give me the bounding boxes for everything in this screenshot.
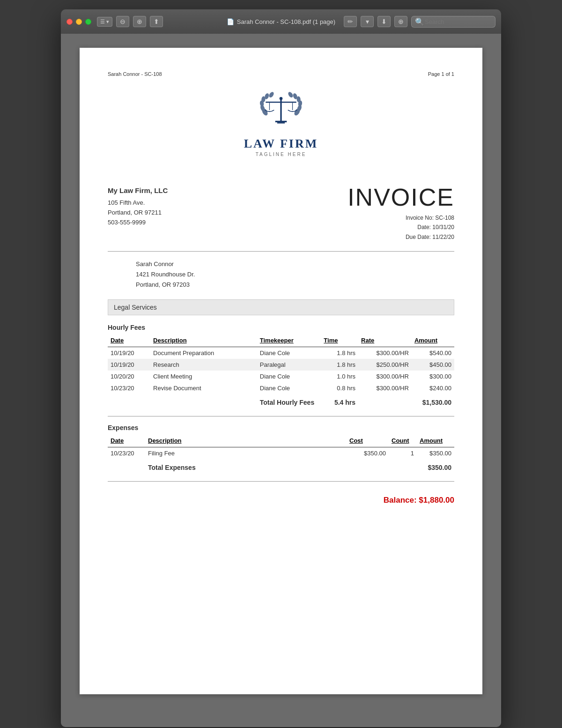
navigate-button[interactable]: ⊕ — [394, 16, 407, 27]
titlebar: ☰ ▾ ⊖ ⊕ ⬆ 📄 Sarah Connor - SC-108.pdf (1… — [61, 9, 501, 34]
table-row: 10/23/20 Revise Document Diane Cole 0.8 … — [108, 382, 454, 394]
table-row: 10/19/20 Research Paralegal 1.8 hrs $250… — [108, 359, 454, 371]
svg-point-18 — [280, 97, 283, 100]
invoice-date: Date: 10/31/20 — [348, 223, 454, 232]
maximize-button[interactable] — [85, 19, 91, 25]
toolbar-right: ✏ ▾ ⬇ ⊕ 🔍 — [344, 16, 495, 28]
divider-1 — [108, 251, 454, 252]
chevron-down-icon: ▾ — [366, 18, 369, 25]
window-title: 📄 Sarah Connor - SC-108.pdf (1 page) — [227, 18, 335, 25]
logo-section: LAW FIRM TAGLINE HERE — [108, 91, 454, 162]
row-time: 0.8 hrs — [321, 382, 358, 394]
zoom-out-button[interactable]: ⊖ — [116, 16, 129, 27]
col-header-date: Date — [108, 335, 150, 347]
pdf-page: Sarah Connor - SC-108 Page 1 of 1 — [80, 48, 482, 694]
exp-col-desc: Description — [145, 435, 347, 447]
row-time: 1.0 hrs — [321, 371, 358, 382]
zoom-in-icon: ⊕ — [137, 18, 142, 25]
firm-address2: Portland, OR 97211 — [108, 208, 168, 218]
row-amount: $240.00 — [412, 382, 454, 394]
row-rate: $300.00/HR — [358, 347, 412, 359]
row-date: 10/23/20 — [108, 382, 150, 394]
invoice-details: Invoice No: SC-108 Date: 10/31/20 Due Da… — [348, 213, 454, 242]
share-icon: ⬆ — [154, 18, 159, 25]
bill-to-address2: Portland, OR 97203 — [136, 280, 454, 290]
invoice-number: Invoice No: SC-108 — [348, 213, 454, 223]
close-button[interactable] — [67, 19, 73, 25]
sidebar-toggle-button[interactable]: ☰ ▾ — [97, 17, 112, 27]
zoom-in-button[interactable]: ⊕ — [133, 16, 146, 27]
total-hourly-amount: $1,530.00 — [412, 394, 454, 409]
svg-point-11 — [287, 91, 294, 98]
svg-rect-13 — [275, 121, 287, 122]
invoice-title-block: INVOICE Invoice No: SC-108 Date: 10/31/2… — [348, 185, 454, 242]
divider-2 — [108, 416, 454, 416]
row-description: Document Preparation — [150, 347, 257, 359]
exp-col-cost: Cost — [347, 435, 389, 447]
firm-tagline: TAGLINE HERE — [256, 152, 307, 157]
download-button[interactable]: ⬇ — [377, 16, 391, 27]
app-window: ☰ ▾ ⊖ ⊕ ⬆ 📄 Sarah Connor - SC-108.pdf (1… — [61, 9, 501, 727]
invoice-title: INVOICE — [348, 185, 454, 209]
pdf-header-bar: Sarah Connor - SC-108 Page 1 of 1 — [108, 71, 454, 77]
pdf-page-number: Page 1 of 1 — [428, 71, 454, 77]
minimize-button[interactable] — [76, 19, 82, 25]
row-timekeeper: Paralegal — [257, 359, 321, 371]
search-input[interactable] — [411, 16, 495, 28]
pdf-area: Sarah Connor - SC-108 Page 1 of 1 — [61, 34, 501, 727]
row-description: Research — [150, 359, 257, 371]
exp-row-count: 1 — [389, 447, 417, 460]
col-header-timekeeper: Timekeeper — [257, 335, 321, 347]
firm-phone: 503-555-9999 — [108, 218, 168, 228]
col-header-rate: Rate — [358, 335, 412, 347]
row-amount: $540.00 — [412, 347, 454, 359]
exp-col-count: Count — [389, 435, 417, 447]
billing-header: My Law Firm, LLC 105 Fifth Ave. Portland… — [108, 185, 454, 242]
expenses-table: Date Description Cost Count Amount 10/23… — [108, 435, 454, 474]
services-header-label: Legal Services — [114, 304, 157, 311]
table-row: 10/23/20 Filing Fee $350.00 1 $350.00 — [108, 447, 454, 460]
table-row: 10/20/20 Client Meeting Diane Cole 1.0 h… — [108, 371, 454, 382]
bill-to-address1: 1421 Roundhouse Dr. — [136, 269, 454, 280]
firm-address1: 105 Fifth Ave. — [108, 198, 168, 208]
row-rate: $300.00/HR — [358, 371, 412, 382]
share-button[interactable]: ⬆ — [150, 16, 163, 27]
invoice-due-date: Due Date: 11/22/20 — [348, 232, 454, 242]
pen-button[interactable]: ✏ — [344, 16, 357, 27]
row-rate: $300.00/HR — [358, 382, 412, 394]
row-date: 10/20/20 — [108, 371, 150, 382]
row-timekeeper: Diane Cole — [257, 371, 321, 382]
traffic-lights — [67, 19, 91, 25]
row-amount: $300.00 — [412, 371, 454, 382]
row-time: 1.8 hrs — [321, 359, 358, 371]
divider-3 — [108, 481, 454, 482]
balance-line: Balance: $1,880.00 — [108, 491, 454, 505]
row-rate: $250.00/HR — [358, 359, 412, 371]
hourly-fees-table: Date Description Timekeeper Time Rate Am… — [108, 335, 454, 409]
chevron-down-button[interactable]: ▾ — [361, 16, 374, 27]
balance-amount: Balance: $1,880.00 — [384, 496, 454, 505]
pen-icon: ✏ — [348, 18, 353, 25]
table-row: 10/19/20 Document Preparation Diane Cole… — [108, 347, 454, 359]
exp-col-amount: Amount — [417, 435, 454, 447]
col-header-amount: Amount — [412, 335, 454, 347]
row-time: 1.8 hrs — [321, 347, 358, 359]
row-date: 10/19/20 — [108, 359, 150, 371]
row-date: 10/19/20 — [108, 347, 150, 359]
exp-row-amount: $350.00 — [417, 447, 454, 460]
exp-col-date: Date — [108, 435, 145, 447]
svg-point-5 — [268, 91, 274, 98]
total-expenses-label: Total Expenses — [145, 459, 347, 474]
expenses-title: Expenses — [108, 424, 454, 431]
col-header-description: Description — [150, 335, 257, 347]
services-header-bar: Legal Services — [108, 299, 454, 315]
svg-rect-14 — [277, 122, 285, 123]
chevron-down-icon: ▾ — [106, 19, 109, 25]
row-description: Client Meeting — [150, 371, 257, 382]
scales-of-justice-icon — [258, 91, 304, 133]
col-header-time: Time — [321, 335, 358, 347]
svg-rect-15 — [266, 102, 296, 103]
sidebar-icon: ☰ — [100, 19, 105, 25]
pdf-page-label: Sarah Connor - SC-108 — [108, 71, 162, 77]
total-hourly-label: Total Hourly Fees — [257, 394, 321, 409]
